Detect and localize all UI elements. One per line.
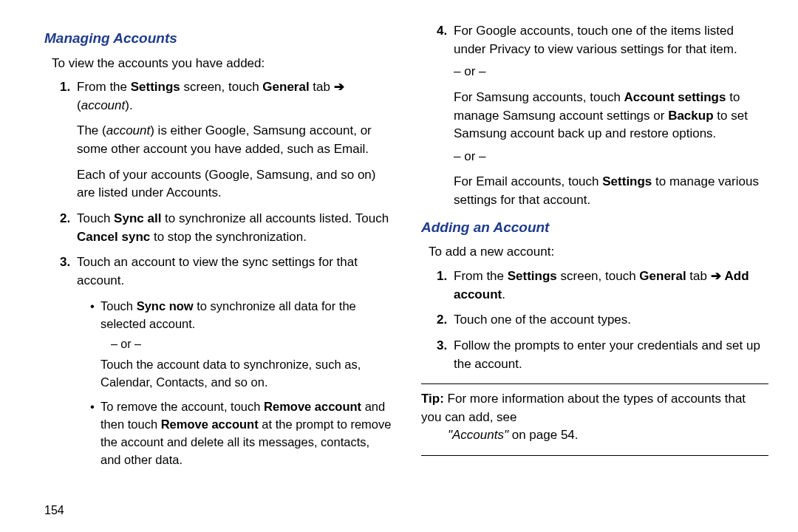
italic-account: account	[106, 123, 151, 137]
or-divider: – or –	[454, 63, 768, 81]
bold-general: General	[639, 269, 686, 283]
samsung-line: For Samsung accounts, touch Account sett…	[454, 89, 768, 143]
txt: For more information about the types of …	[421, 392, 746, 424]
txt: to stop the synchronization.	[150, 230, 307, 244]
bold-remove-account: Remove account	[264, 400, 361, 413]
bold-settings: Settings	[602, 174, 652, 188]
arrow-icon: ➔	[711, 269, 721, 283]
bullet-sync-data: Touch the account data to synchronize, s…	[100, 356, 392, 392]
txt: For Email accounts, touch	[454, 174, 602, 188]
txt: For Samsung accounts, touch	[454, 90, 624, 104]
txt: screen, touch	[180, 80, 263, 94]
adding-steps: From the Settings screen, touch General …	[421, 267, 768, 373]
bullet-remove-account: To remove the account, touch Remove acco…	[90, 398, 392, 469]
add-step-2: Touch one of the account types.	[451, 311, 768, 330]
txt: Touch	[100, 299, 137, 313]
arrow-icon: ➔	[334, 80, 344, 94]
italic-account: account	[81, 98, 126, 112]
intro-text-2: To add a new account:	[429, 243, 768, 262]
txt: From the	[77, 80, 131, 94]
intro-text: To view the accounts you have added:	[52, 55, 392, 73]
bold-remove-account: Remove account	[161, 417, 259, 431]
heading-managing-accounts: Managing Accounts	[44, 28, 392, 49]
txt: From the	[454, 269, 508, 283]
managing-steps: From the Settings screen, touch General …	[44, 78, 392, 469]
step-1-explain-1: The (account) is either Google, Samsung …	[77, 122, 392, 158]
step-3: Touch an account to view the sync settin…	[74, 253, 392, 469]
step-1-line: From the Settings screen, touch General …	[77, 80, 344, 112]
heading-adding-account: Adding an Account	[421, 217, 768, 238]
txt: Touch	[77, 211, 114, 225]
txt: to synchronize all accounts listed. Touc…	[161, 211, 389, 225]
bold-sync-all: Sync all	[114, 211, 161, 225]
txt: The (	[77, 123, 106, 137]
step-3-bullets: Touch Sync now to synchronize all data f…	[77, 298, 392, 470]
bullet-sync-now: Touch Sync now to synchronize all data f…	[90, 298, 392, 392]
txt: screen, touch	[557, 269, 640, 283]
page-number: 154	[44, 504, 64, 517]
separator-line	[421, 383, 768, 384]
add-step-3: Follow the prompts to enter your credent…	[451, 337, 768, 373]
bold-cancel-sync: Cancel sync	[77, 230, 150, 244]
step-1-explain-2: Each of your accounts (Google, Samsung, …	[77, 166, 392, 202]
txt: tab	[686, 269, 711, 283]
bold-settings: Settings	[131, 80, 180, 94]
managing-steps-cont: For Google accounts, touch one of the it…	[421, 22, 768, 210]
separator-line	[421, 455, 768, 456]
txt: ).	[125, 98, 132, 112]
txt: on page 54.	[508, 428, 579, 442]
email-line: For Email accounts, touch Settings to ma…	[454, 173, 768, 209]
txt: Touch an account to view the sync settin…	[77, 255, 358, 287]
or-divider: – or –	[100, 335, 392, 352]
bold-sync-now: Sync now	[137, 299, 194, 313]
txt: tab	[310, 80, 334, 94]
step-2: Touch Sync all to synchronize all accoun…	[74, 210, 392, 246]
bold-account-settings: Account settings	[624, 90, 726, 104]
bold-settings: Settings	[508, 269, 557, 283]
right-column: For Google accounts, touch one of the it…	[421, 22, 768, 517]
tip-label: Tip:	[421, 392, 444, 406]
left-column: Managing Accounts To view the accounts y…	[44, 22, 392, 517]
italic-accounts-ref: "Accounts"	[448, 428, 508, 442]
step-4: For Google accounts, touch one of the it…	[451, 22, 768, 210]
bold-general: General	[262, 80, 309, 94]
step-1: From the Settings screen, touch General …	[74, 78, 392, 202]
add-step-1: From the Settings screen, touch General …	[451, 267, 768, 304]
bold-backup: Backup	[668, 109, 713, 123]
txt: For Google accounts, touch one of the it…	[454, 24, 737, 56]
manual-page: Managing Accounts To view the accounts y…	[0, 0, 798, 532]
txt: To remove the account, touch	[100, 400, 264, 413]
tip-block: Tip: For more information about the type…	[421, 390, 768, 445]
or-divider: – or –	[454, 148, 768, 166]
txt: .	[502, 287, 505, 301]
